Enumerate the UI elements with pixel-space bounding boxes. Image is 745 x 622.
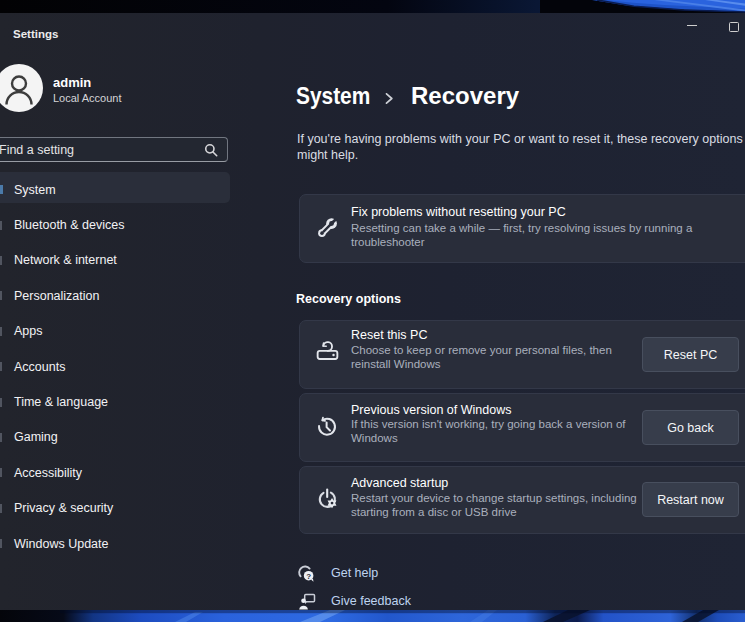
svg-text:?: ?: [306, 572, 311, 581]
